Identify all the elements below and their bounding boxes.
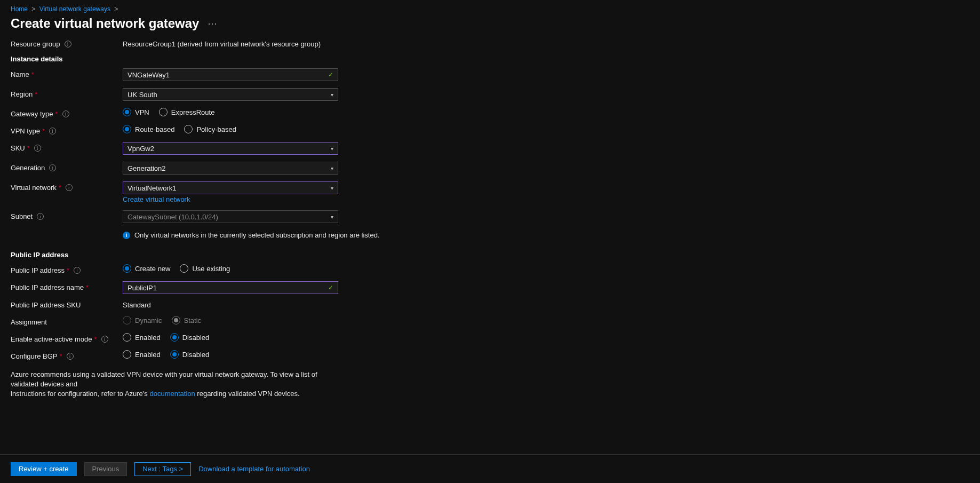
vpn-type-route-label: Route-based [135, 125, 174, 133]
assignment-dynamic-label: Dynamic [135, 316, 162, 324]
chevron-down-icon: ▾ [331, 146, 333, 152]
check-icon: ✓ [328, 71, 333, 78]
page-title: Create virtual network gateway [11, 16, 199, 31]
resource-group-label: Resource group [11, 40, 60, 48]
virtual-network-value: VirtualNetwork1 [128, 184, 177, 192]
gateway-type-vpn-radio[interactable]: VPN [123, 108, 149, 116]
generation-value: Generation2 [128, 164, 166, 172]
public-ip-sku-label: Public IP address SKU [11, 301, 81, 309]
region-select[interactable]: UK South ▾ [123, 88, 338, 101]
info-icon[interactable]: i [74, 267, 81, 274]
required-indicator: * [31, 70, 34, 78]
bgp-disabled-radio[interactable]: Disabled [170, 350, 210, 359]
recommendation-suffix2: regarding validated VPN devices. [195, 390, 300, 398]
instance-details-heading: Instance details [11, 55, 969, 63]
breadcrumb-home[interactable]: Home [11, 5, 28, 13]
public-ip-name-value: PublicIP1 [128, 284, 157, 292]
gateway-type-vpn-label: VPN [135, 108, 149, 116]
sku-value: VpnGw2 [128, 145, 154, 153]
active-active-enabled-radio[interactable]: Enabled [123, 333, 161, 342]
public-ip-sku-value: Standard [123, 301, 389, 309]
configure-bgp-label: Configure BGP [11, 352, 57, 360]
previous-button: Previous [84, 462, 128, 476]
sku-select[interactable]: VpnGw2 ▾ [123, 142, 338, 155]
info-icon[interactable]: i [66, 184, 73, 191]
resource-group-value: ResourceGroup1 (derived from virtual net… [123, 40, 389, 48]
assignment-dynamic-radio: Dynamic [123, 316, 162, 324]
public-ip-heading: Public IP address [11, 251, 969, 259]
subnet-label: Subnet [11, 212, 33, 220]
active-active-disabled-label: Disabled [182, 334, 210, 342]
assignment-static-radio: Static [172, 316, 202, 324]
required-indicator: * [59, 184, 61, 192]
chevron-down-icon: ▾ [331, 214, 333, 220]
info-icon[interactable]: i [65, 41, 71, 47]
check-icon: ✓ [328, 284, 333, 291]
info-icon: i [123, 232, 130, 239]
virtual-network-select[interactable]: VirtualNetwork1 ▾ [123, 181, 338, 194]
public-ip-create-new-radio[interactable]: Create new [123, 264, 170, 273]
name-input[interactable]: VNGateWay1 ✓ [123, 68, 338, 81]
active-active-label: Enable active-active mode [11, 335, 92, 343]
vpn-type-policy-radio[interactable]: Policy-based [184, 125, 236, 133]
info-icon[interactable]: i [49, 128, 56, 134]
generation-label: Generation [11, 164, 45, 172]
required-indicator: * [67, 266, 69, 274]
required-indicator: * [35, 90, 37, 98]
info-icon[interactable]: i [34, 145, 41, 152]
next-tags-button[interactable]: Next : Tags > [134, 462, 191, 476]
virtual-network-label: Virtual network [11, 184, 57, 192]
gateway-type-expressroute-label: ExpressRoute [171, 108, 215, 116]
breadcrumb: Home > Virtual network gateways > [11, 5, 969, 13]
recommendation-text: Azure recommends using a validated VPN d… [11, 370, 341, 399]
public-ip-name-input[interactable]: PublicIP1 ✓ [123, 281, 338, 294]
required-indicator: * [59, 352, 62, 360]
chevron-down-icon: ▾ [331, 92, 333, 98]
active-active-enabled-label: Enabled [135, 334, 161, 342]
required-indicator: * [42, 127, 45, 135]
gateway-type-expressroute-radio[interactable]: ExpressRoute [159, 108, 215, 116]
breadcrumb-virtual-network-gateways[interactable]: Virtual network gateways [39, 5, 110, 13]
info-icon[interactable]: i [62, 110, 69, 117]
public-ip-use-existing-label: Use existing [192, 265, 230, 273]
chevron-down-icon: ▾ [331, 185, 333, 191]
documentation-link[interactable]: documentation [149, 390, 195, 398]
bgp-enabled-label: Enabled [135, 351, 161, 359]
assignment-label: Assignment [11, 318, 47, 326]
info-icon[interactable]: i [101, 336, 108, 343]
generation-select[interactable]: Generation2 ▾ [123, 162, 338, 175]
more-actions-icon[interactable]: ··· [208, 18, 217, 29]
chevron-right-icon: > [114, 5, 118, 13]
subnet-value: GatewaySubnet (10.0.1.0/24) [128, 213, 218, 221]
sku-label: SKU [11, 144, 25, 152]
name-value: VNGateWay1 [128, 71, 170, 79]
recommendation-line1: Azure recommends using a validated VPN d… [11, 370, 317, 388]
vpn-type-route-radio[interactable]: Route-based [123, 125, 174, 133]
region-value: UK South [128, 91, 157, 99]
bgp-enabled-radio[interactable]: Enabled [123, 350, 161, 359]
subnet-select: GatewaySubnet (10.0.1.0/24) ▾ [123, 210, 338, 223]
name-label: Name [11, 70, 29, 78]
public-ip-use-existing-radio[interactable]: Use existing [180, 264, 230, 273]
required-indicator: * [55, 110, 58, 118]
create-virtual-network-link[interactable]: Create virtual network [123, 195, 389, 203]
gateway-type-label: Gateway type [11, 110, 53, 118]
region-label: Region [11, 90, 33, 98]
public-ip-address-label: Public IP address [11, 266, 65, 274]
review-create-button[interactable]: Review + create [11, 462, 77, 476]
info-icon[interactable]: i [37, 213, 44, 220]
info-icon[interactable]: i [49, 164, 56, 171]
required-indicator: * [86, 283, 89, 291]
info-icon[interactable]: i [67, 353, 74, 360]
bgp-disabled-label: Disabled [182, 351, 210, 359]
active-active-disabled-radio[interactable]: Disabled [170, 333, 210, 342]
required-indicator: * [27, 144, 30, 152]
download-template-link[interactable]: Download a template for automation [198, 465, 310, 473]
assignment-static-label: Static [184, 316, 202, 324]
recommendation-prefix2: instructions for configuration, refer to… [11, 390, 149, 398]
chevron-down-icon: ▾ [331, 165, 333, 171]
chevron-right-icon: > [31, 5, 35, 13]
required-indicator: * [94, 335, 97, 343]
vpn-type-policy-label: Policy-based [196, 125, 236, 133]
public-ip-create-new-label: Create new [135, 265, 170, 273]
